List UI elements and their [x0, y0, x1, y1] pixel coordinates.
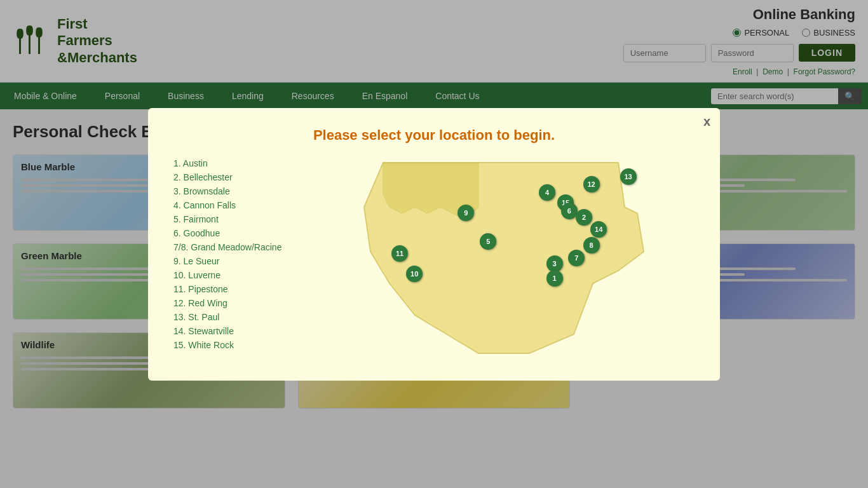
map-pin-10[interactable]: 10	[406, 266, 423, 282]
location-item-12[interactable]: 12. Red Wing	[173, 296, 313, 310]
map-pin-7[interactable]: 7	[568, 250, 585, 266]
location-item-6[interactable]: 6. Goodhue	[173, 226, 313, 240]
map-area: 9 4 15 12 6 2 11 10 13 5 3 8 7 14 1	[326, 156, 695, 362]
location-modal: Please select your location to begin. x …	[148, 108, 720, 381]
location-item-2[interactable]: 2. Bellechester	[173, 170, 313, 184]
location-item-11[interactable]: 11. Pipestone	[173, 282, 313, 296]
map-pin-11[interactable]: 11	[391, 245, 408, 262]
location-item-9[interactable]: 9. Le Sueur	[173, 254, 313, 268]
location-item-5[interactable]: 5. Fairmont	[173, 212, 313, 226]
map-pin-5[interactable]: 5	[480, 233, 496, 250]
location-list: 1. Austin2. Bellechester3. Brownsdale4. …	[173, 156, 313, 362]
location-item-4[interactable]: 4. Cannon Falls	[173, 198, 313, 212]
location-item-15[interactable]: 15. White Rock	[173, 338, 313, 352]
location-item-3[interactable]: 3. Brownsdale	[173, 184, 313, 198]
location-item-14[interactable]: 14. Stewartville	[173, 324, 313, 338]
modal-title: Please select your location to begin.	[313, 127, 555, 144]
modal-body: 1. Austin2. Bellechester3. Brownsdale4. …	[173, 156, 695, 362]
location-item-7/8[interactable]: 7/8. Grand Meadow/Racine	[173, 240, 313, 254]
map-pin-8[interactable]: 8	[583, 237, 600, 254]
map-pin-13[interactable]: 13	[620, 168, 637, 185]
location-item-1[interactable]: 1. Austin	[173, 156, 313, 170]
modal-close-button[interactable]: x	[703, 114, 710, 129]
map-pin-6[interactable]: 6	[561, 203, 578, 219]
map-pin-2[interactable]: 2	[576, 209, 592, 226]
map-pin-4[interactable]: 4	[539, 184, 555, 201]
map-pin-12[interactable]: 12	[583, 176, 600, 193]
location-item-13[interactable]: 13. St. Paul	[173, 310, 313, 324]
location-item-10[interactable]: 10. Luverne	[173, 268, 313, 282]
map-pin-1[interactable]: 1	[546, 270, 563, 287]
location-modal-overlay[interactable]: Please select your location to begin. x …	[0, 0, 868, 488]
map-pin-9[interactable]: 9	[458, 205, 474, 221]
map-pin-14[interactable]: 14	[590, 221, 607, 238]
